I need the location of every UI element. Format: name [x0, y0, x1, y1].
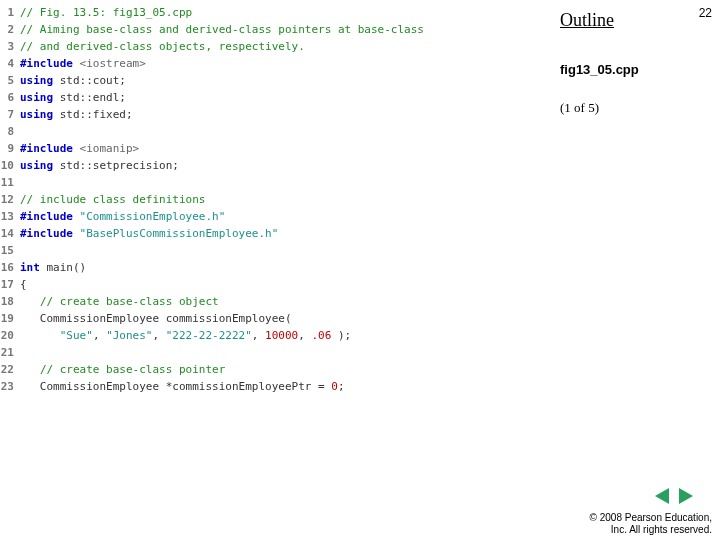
- code-line: 13#include "CommissionEmployee.h": [0, 208, 540, 225]
- code-content: CommissionEmployee *commissionEmployeePt…: [20, 378, 345, 395]
- code-line: 21: [0, 344, 540, 361]
- line-number: 20: [0, 327, 20, 344]
- code-line: 6using std::endl;: [0, 89, 540, 106]
- code-content: // create base-class object: [20, 293, 219, 310]
- code-line: 23 CommissionEmployee *commissionEmploye…: [0, 378, 540, 395]
- line-number: 21: [0, 344, 20, 361]
- code-content: CommissionEmployee commissionEmployee(: [20, 310, 292, 327]
- code-line: 12// include class definitions: [0, 191, 540, 208]
- code-content: #include <iomanip>: [20, 140, 139, 157]
- line-number: 14: [0, 225, 20, 242]
- code-line: 1// Fig. 13.5: fig13_05.cpp: [0, 4, 540, 21]
- code-content: #include <iostream>: [20, 55, 146, 72]
- line-number: 1: [0, 4, 20, 21]
- code-line: 14#include "BasePlusCommissionEmployee.h…: [0, 225, 540, 242]
- code-content: using std::endl;: [20, 89, 126, 106]
- code-content: using std::fixed;: [20, 106, 133, 123]
- line-number: 8: [0, 123, 20, 140]
- code-line: 17{: [0, 276, 540, 293]
- line-number: 4: [0, 55, 20, 72]
- line-number: 23: [0, 378, 20, 395]
- code-content: // Fig. 13.5: fig13_05.cpp: [20, 4, 192, 21]
- code-line: 8: [0, 123, 540, 140]
- code-line: 18 // create base-class object: [0, 293, 540, 310]
- code-line: 15: [0, 242, 540, 259]
- copyright-line2: Inc. All rights reserved.: [611, 524, 712, 535]
- code-line: 2// Aiming base-class and derived-class …: [0, 21, 540, 38]
- code-content: {: [20, 276, 27, 293]
- code-content: using std::cout;: [20, 72, 126, 89]
- code-content: "Sue", "Jones", "222-22-2222", 10000, .0…: [20, 327, 351, 344]
- source-filename: fig13_05.cpp: [560, 62, 639, 77]
- code-content: using std::setprecision;: [20, 157, 179, 174]
- code-content: // and derived-class objects, respective…: [20, 38, 305, 55]
- code-content: #include "BasePlusCommissionEmployee.h": [20, 225, 278, 242]
- code-line: 4#include <iostream>: [0, 55, 540, 72]
- prev-button[interactable]: [652, 487, 672, 505]
- page-number: 22: [699, 6, 712, 20]
- code-content: int main(): [20, 259, 86, 276]
- line-number: 11: [0, 174, 20, 191]
- outline-heading: Outline: [560, 10, 614, 31]
- code-line: 3// and derived-class objects, respectiv…: [0, 38, 540, 55]
- line-number: 10: [0, 157, 20, 174]
- code-line: 20 "Sue", "Jones", "222-22-2222", 10000,…: [0, 327, 540, 344]
- code-line: 19 CommissionEmployee commissionEmployee…: [0, 310, 540, 327]
- code-line: 7using std::fixed;: [0, 106, 540, 123]
- code-listing: 1// Fig. 13.5: fig13_05.cpp2// Aiming ba…: [0, 4, 540, 395]
- code-line: 11: [0, 174, 540, 191]
- line-number: 6: [0, 89, 20, 106]
- line-number: 15: [0, 242, 20, 259]
- line-number: 5: [0, 72, 20, 89]
- code-content: // include class definitions: [20, 191, 205, 208]
- part-indicator: (1 of 5): [560, 100, 599, 116]
- line-number: 12: [0, 191, 20, 208]
- triangle-left-icon: [655, 488, 669, 504]
- line-number: 2: [0, 21, 20, 38]
- copyright-notice: © 2008 Pearson Education, Inc. All right…: [590, 512, 712, 536]
- line-number: 7: [0, 106, 20, 123]
- code-line: 9#include <iomanip>: [0, 140, 540, 157]
- nav-controls: [652, 487, 696, 505]
- line-number: 18: [0, 293, 20, 310]
- line-number: 17: [0, 276, 20, 293]
- code-line: 10using std::setprecision;: [0, 157, 540, 174]
- triangle-right-icon: [679, 488, 693, 504]
- line-number: 3: [0, 38, 20, 55]
- code-line: 16int main(): [0, 259, 540, 276]
- line-number: 13: [0, 208, 20, 225]
- line-number: 19: [0, 310, 20, 327]
- next-button[interactable]: [676, 487, 696, 505]
- code-content: #include "CommissionEmployee.h": [20, 208, 225, 225]
- line-number: 22: [0, 361, 20, 378]
- code-line: 22 // create base-class pointer: [0, 361, 540, 378]
- code-content: // create base-class pointer: [20, 361, 225, 378]
- code-content: // Aiming base-class and derived-class p…: [20, 21, 424, 38]
- line-number: 9: [0, 140, 20, 157]
- code-line: 5using std::cout;: [0, 72, 540, 89]
- copyright-line1: © 2008 Pearson Education,: [590, 512, 712, 523]
- line-number: 16: [0, 259, 20, 276]
